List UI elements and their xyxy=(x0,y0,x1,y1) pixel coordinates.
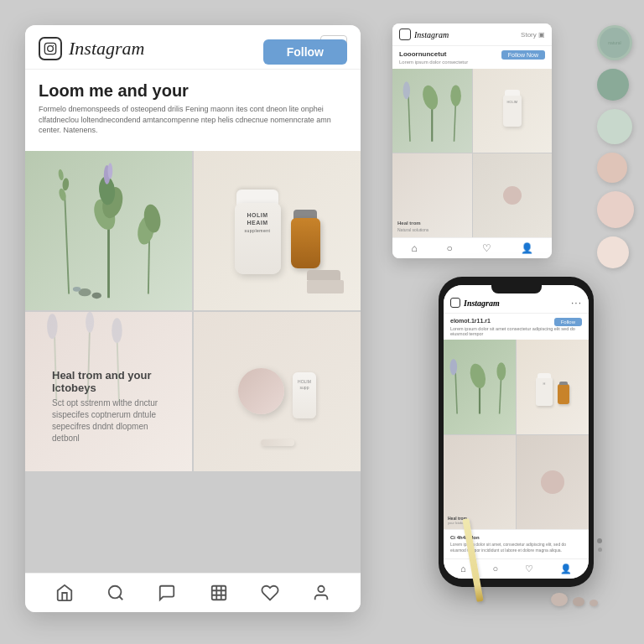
deco-circle-3 xyxy=(597,109,632,144)
ph-herbs xyxy=(444,340,516,434)
svg-point-34 xyxy=(450,86,461,106)
deco-circle-1: natural xyxy=(597,25,632,60)
svg-rect-0 xyxy=(44,43,55,54)
sm-instagram-icon xyxy=(399,29,411,40)
messages-nav-icon[interactable] xyxy=(156,582,178,604)
sm-instagram-title: Instagram xyxy=(414,30,449,39)
phone-notch xyxy=(491,285,542,293)
reels-nav-icon[interactable] xyxy=(208,582,230,604)
bottle-label: HOLIMHEAIMsupplement xyxy=(235,203,281,237)
ph-profile-icon[interactable]: 👤 xyxy=(560,564,572,574)
svg-point-38 xyxy=(468,362,488,391)
grid-cell-compact[interactable]: HOLIMsupp xyxy=(194,312,361,471)
sm-grid-cell-3[interactable]: Heal trom Natural solutions xyxy=(392,153,472,237)
svg-point-20 xyxy=(47,314,57,339)
home-nav-icon[interactable] xyxy=(54,582,75,604)
phone-mockup: Instagram ··· Follow elomot.1r11.r1 Lore… xyxy=(439,277,594,587)
sm-follow-button[interactable]: Follow Now xyxy=(501,50,545,60)
bottom-navigation xyxy=(25,573,361,612)
follow-button[interactable]: Follow xyxy=(263,39,347,65)
pebble-3 xyxy=(589,600,598,606)
svg-rect-27 xyxy=(211,586,226,600)
svg-point-25 xyxy=(109,586,122,599)
ph-heart-icon[interactable]: ♡ xyxy=(525,564,533,574)
post-grid: HOLIMHEAIMsupplement xyxy=(25,151,361,573)
small-decorative-items xyxy=(597,538,602,552)
svg-line-23 xyxy=(117,334,118,402)
pebble-1 xyxy=(551,593,568,606)
svg-point-2 xyxy=(53,45,54,46)
scene: Instagram ⊞ Follow Loom me and your Form… xyxy=(0,0,644,644)
small-bead-1 xyxy=(597,538,602,543)
sm-search-icon[interactable]: ○ xyxy=(447,242,453,254)
sm-profile-desc: Lorem ipsum dolor consectetur xyxy=(399,60,545,65)
sm-profile-section: Follow Now Looornuncetut Lorem ipsum dol… xyxy=(392,46,552,69)
svg-line-19 xyxy=(55,328,56,401)
ph-instagram-title: Instagram xyxy=(464,299,500,308)
search-nav-icon[interactable] xyxy=(105,582,127,604)
ph-cell-4[interactable] xyxy=(517,435,589,530)
amber-bottle xyxy=(291,218,320,268)
svg-point-32 xyxy=(420,84,440,112)
svg-line-29 xyxy=(408,93,410,142)
grid-cell-bottle[interactable]: HOLIMHEAIMsupplement xyxy=(194,151,361,310)
svg-point-18 xyxy=(73,287,80,292)
sm-home-icon[interactable]: ⌂ xyxy=(411,242,417,254)
logo-area: Instagram xyxy=(39,37,144,60)
ph-cell-2[interactable]: H xyxy=(517,340,589,434)
grid-cell-text[interactable]: Heal trom and your lctobeys Sct opt sstr… xyxy=(25,312,192,471)
svg-point-5 xyxy=(62,178,70,191)
second-instagram-mockup: Instagram Story ▣ Follow Now Looornuncet… xyxy=(392,23,552,258)
svg-line-21 xyxy=(88,323,90,401)
svg-point-28 xyxy=(319,586,325,592)
svg-point-6 xyxy=(58,169,65,180)
pebbles-group xyxy=(551,593,598,606)
profile-description: Formelo dnemonspeeds of osteopend drilis… xyxy=(39,104,347,136)
svg-point-22 xyxy=(86,312,94,333)
phone-grid: H Heal trom your lctobeys xyxy=(444,340,589,529)
sm-post-grid: HOLIM Heal trom Natural solutions xyxy=(392,69,552,237)
sm-grid-cell-4[interactable] xyxy=(473,153,553,237)
svg-point-24 xyxy=(112,318,122,343)
svg-point-36 xyxy=(450,359,458,375)
sm-grid-cell-1[interactable] xyxy=(392,69,472,153)
grid-cell-herbs[interactable] xyxy=(25,151,192,310)
supplement-bottle: HOLIMHEAIMsupplement xyxy=(235,203,281,274)
deco-circle-6 xyxy=(597,236,629,268)
sm-profile-icon[interactable]: 👤 xyxy=(521,242,533,254)
ph-menu-dots[interactable]: ··· xyxy=(571,297,582,309)
instagram-title: Instagram xyxy=(69,38,144,60)
svg-point-40 xyxy=(496,362,506,381)
ph-follow-button[interactable]: Follow xyxy=(554,318,582,326)
main-instagram-mockup: Instagram ⊞ Follow Loom me and your Form… xyxy=(25,25,361,612)
pebble-2 xyxy=(573,597,584,606)
herbs-illustration xyxy=(25,151,192,302)
sm-header: Instagram Story ▣ xyxy=(392,23,552,46)
sm-bottom-nav: ⌂ ○ ♡ 👤 xyxy=(392,237,552,258)
ph-search-icon[interactable]: ○ xyxy=(493,564,499,574)
deco-circle-5 xyxy=(597,191,634,228)
decorative-circles-column: natural xyxy=(597,25,634,268)
sm-heart-icon[interactable]: ♡ xyxy=(482,242,491,254)
profile-name: Loom me and your xyxy=(39,81,347,101)
svg-point-1 xyxy=(48,46,54,52)
ph-instagram-icon xyxy=(450,298,460,308)
heart-nav-icon[interactable] xyxy=(259,582,281,604)
profile-section: Follow Loom me and your Formelo dnemonsp… xyxy=(25,70,361,151)
svg-point-30 xyxy=(403,81,410,99)
instagram-icon xyxy=(39,37,62,60)
ph-home-icon[interactable]: ⌂ xyxy=(460,564,466,574)
phone-profile: Follow elomot.1r11.r1 Lorem ipsum dolor … xyxy=(444,314,589,340)
ph-cell-1[interactable] xyxy=(444,340,516,434)
bg-lavender xyxy=(25,312,192,408)
phone-bottom-nav: ⌂ ○ ♡ 👤 xyxy=(444,558,589,579)
svg-line-35 xyxy=(455,369,457,414)
profile-nav-icon[interactable] xyxy=(310,582,332,604)
ph-cell-3[interactable]: Heal trom your lctobeys xyxy=(444,435,516,530)
svg-point-17 xyxy=(92,292,101,299)
svg-line-26 xyxy=(119,596,122,600)
pink-compact xyxy=(238,368,284,414)
small-bead-2 xyxy=(598,548,602,552)
sm-grid-cell-2[interactable]: HOLIM xyxy=(473,69,553,153)
svg-line-3 xyxy=(65,199,69,294)
